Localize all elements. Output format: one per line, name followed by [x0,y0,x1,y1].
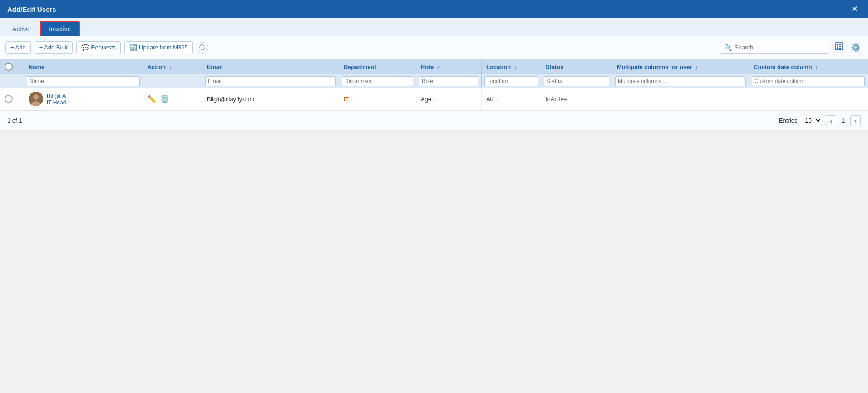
row-checkbox-cell[interactable] [0,88,24,110]
filter-row [0,74,868,88]
table-row: Billgit A IT Head ✏️ 🗑️ Bilgit@clayfly.c… [0,88,868,110]
entries-label: Entries [779,117,797,124]
user-sub-role: IT Head [47,99,66,106]
table-wrapper: Name ↑ Action ↑ Email ↑ Department ↑ Rol… [0,59,868,111]
delete-icon[interactable]: 🗑️ [160,95,169,103]
search-box: 🔍 [720,42,829,54]
refresh-icon: 🔄 [129,44,137,51]
filter-multipale-cell [612,74,749,88]
svg-rect-1 [837,44,838,46]
search-icon: 🔍 [724,44,732,51]
filter-status-input[interactable] [544,76,609,86]
settings-button[interactable]: ⚙️ [849,41,863,54]
close-button[interactable]: ✕ [848,3,861,15]
row-action-cell: ✏️ 🗑️ [143,88,202,110]
row-dept-cell: IT [339,88,416,110]
user-email: Bilgit@clayfly.com [207,96,255,103]
filter-email-cell [202,74,339,88]
pagination-info: 1 of 1 [7,117,22,124]
filter-status-cell [541,74,612,88]
table-header-row: Name ↑ Action ↑ Email ↑ Department ↑ Rol… [0,59,868,74]
filter-customdate-cell [749,74,868,88]
empty-content-area [0,130,868,393]
svg-rect-5 [839,48,841,49]
col-header-action[interactable]: Action ↑ [143,59,202,74]
pagination-right: Entries 10 25 50 ‹ 1 › [779,115,861,126]
add-bulk-button[interactable]: + Add Bulk [35,41,73,54]
sort-email-icon: ↑ [226,65,228,70]
next-page-button[interactable]: › [850,115,861,126]
sort-customdate-icon: ↑ [815,65,818,70]
filter-role-cell [416,74,481,88]
search-input[interactable] [735,44,816,51]
col-header-department[interactable]: Department ↑ [339,59,416,74]
toolbar: + Add + Add Bulk 💬 Requests 🔄 Update fro… [0,36,868,59]
filter-location-cell [481,74,541,88]
svg-rect-4 [839,46,841,47]
user-avatar [29,92,43,106]
col-header-status[interactable]: Status ↑ [541,59,612,74]
row-customdate-cell [749,88,868,110]
user-full-name[interactable]: Billgit A [47,93,66,99]
pagination-bar: 1 of 1 Entries 10 25 50 ‹ 1 › [0,111,868,130]
filter-location-input[interactable] [484,76,538,86]
sort-name-icon: ↑ [48,65,50,70]
row-name-cell: Billgit A IT Head [24,88,143,110]
user-status: InActive [546,96,567,103]
col-header-location[interactable]: Location ↑ [481,59,541,74]
sort-action-icon: ↑ [169,65,172,70]
col-header-customdate[interactable]: Custom date column ↑ [749,59,868,74]
filter-name-input[interactable] [27,76,140,86]
sort-dept-icon: ↑ [380,65,382,70]
col-header-email[interactable]: Email ↑ [202,59,339,74]
tab-active[interactable]: Active [4,21,38,36]
filter-role-input[interactable] [419,76,478,86]
filter-multipale-input[interactable] [615,76,746,86]
entries-dropdown[interactable]: 10 25 50 [800,115,822,126]
row-email-cell: Bilgit@clayfly.com [202,88,339,110]
prev-page-button[interactable]: ‹ [826,115,836,126]
update-m365-button[interactable]: 🔄 Update from M365 [124,41,193,54]
filter-email-input[interactable] [205,76,336,86]
edit-icon[interactable]: ✏️ [148,95,157,103]
add-button[interactable]: + Add [5,41,31,54]
select-all-header[interactable] [0,59,24,74]
info-button[interactable]: ⓘ [197,42,208,54]
page-title: Add/Edit Users [7,5,56,13]
filter-dept-cell [339,74,416,88]
row-role-cell: Age... [416,88,481,110]
entries-select: Entries 10 25 50 [779,115,822,126]
user-location: Ab... [486,96,498,103]
sort-status-icon: ↑ [567,65,569,70]
tab-inactive[interactable]: Inactive [40,21,80,36]
row-multipale-cell [612,88,749,110]
row-location-cell: Ab... [481,88,541,110]
svg-rect-3 [837,47,838,49]
col-header-name[interactable]: Name ↑ [24,59,143,74]
requests-button[interactable]: 💬 Requests [76,41,121,54]
tab-bar: Active Inactive [0,18,868,36]
sort-role-icon: ↑ [437,65,439,70]
user-name-info: Billgit A IT Head [47,93,66,106]
filter-name-cell [24,74,143,88]
table-body: Billgit A IT Head ✏️ 🗑️ Bilgit@clayfly.c… [0,88,868,110]
user-department: IT [344,96,349,103]
col-header-role[interactable]: Role ↑ [416,59,481,74]
chat-icon: 💬 [81,44,89,51]
row-checkbox[interactable] [5,95,13,103]
filter-customdate-input[interactable] [752,76,865,86]
svg-rect-0 [835,43,843,50]
col-header-multipale[interactable]: Multipale columns for user ↑ [612,59,749,74]
sort-multipale-icon: ↑ [695,65,698,70]
sort-location-icon: ↑ [514,65,517,70]
svg-point-7 [33,94,39,100]
users-table: Name ↑ Action ↑ Email ↑ Department ↑ Rol… [0,59,868,110]
filter-dept-input[interactable] [342,76,413,86]
row-status-cell: InActive [541,88,612,110]
export-button[interactable] [833,40,845,55]
user-role: Age... [421,96,436,103]
filter-checkbox-cell [0,74,24,88]
title-bar: Add/Edit Users ✕ [0,0,868,18]
current-page: 1 [840,117,847,124]
filter-action-cell [143,74,202,88]
